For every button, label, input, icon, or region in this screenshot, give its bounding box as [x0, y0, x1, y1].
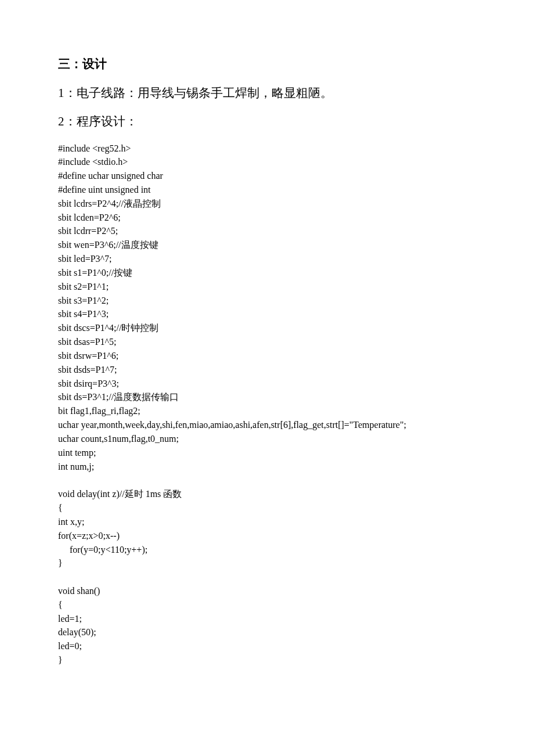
subsection-1-heading: 1：电子线路：用导线与锡条手工焊制，略显粗陋。: [58, 84, 476, 103]
code-listing: #include <reg52.h> #include <stdio.h> #d…: [58, 142, 476, 667]
section-heading: 三：设计: [58, 55, 476, 74]
subsection-2-heading: 2：程序设计：: [58, 113, 476, 131]
document-page: 三：设计 1：电子线路：用导线与锡条手工焊制，略显粗陋。 2：程序设计： #in…: [0, 0, 534, 702]
